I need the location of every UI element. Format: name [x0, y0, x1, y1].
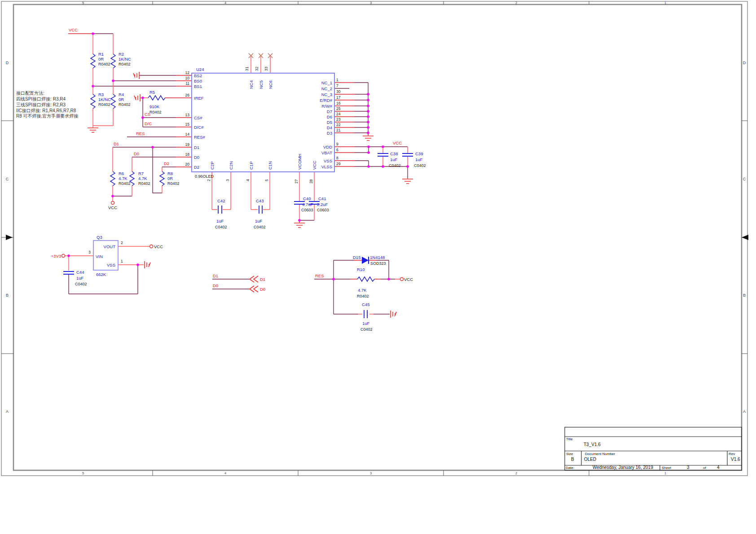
r8-value: 0R: [167, 176, 173, 181]
capacitor-c39[interactable]: C39 1uF C0402: [402, 151, 426, 168]
schematic-sheet: 5 4 3 2 1 5 4 3 2 1 D C B A D C B A 接口配置…: [0, 0, 756, 534]
zone-top-3: 3: [370, 1, 372, 5]
q3-pinnum-1: 1: [121, 259, 123, 263]
resistor-r2[interactable]: R2 1K/NC R0402: [111, 52, 131, 68]
note-line-5: R8 可不焊接,官方手册要求焊接: [16, 114, 78, 118]
net-vcc-rail: VCC: [393, 140, 402, 145]
q3-pin-vout: VOUT: [104, 244, 116, 249]
p3v3-port[interactable]: [62, 254, 65, 258]
net-cs: CS: [145, 112, 150, 117]
c39-value: 1uF: [415, 157, 423, 162]
u24-pin-c2p: C2P: [210, 162, 215, 170]
capacitor-c42[interactable]: C42 1uF C0402: [215, 198, 227, 229]
resistor-r4[interactable]: R4 0R R0402: [111, 92, 131, 109]
u24-pinnum-4: 4: [246, 179, 250, 181]
vcc-port-q3[interactable]: [150, 245, 153, 248]
net-vcc-r6port: VCC: [108, 205, 117, 210]
capacitor-c45[interactable]: C45 1uF C0402: [360, 302, 373, 332]
ic-u24[interactable]: U24 0.96OLED BS2 BS0 BS1 IREF CS# D/C# R…: [185, 53, 341, 184]
c45-value: 1uF: [362, 321, 370, 326]
resistor-r10[interactable]: R10 4.7K R0402: [357, 267, 374, 298]
capacitor-c43[interactable]: C43 1uF C0402: [254, 198, 266, 229]
u24-pinnum-29: 29: [336, 162, 341, 166]
u24-refdes: U24: [196, 67, 204, 72]
u24-pinnum-5: 5: [264, 179, 269, 181]
titleblock-sheet-num: 3: [687, 465, 690, 470]
resistor-r7[interactable]: R7 4.7K R0402: [130, 171, 150, 186]
offpage-d0-label: D0: [260, 287, 265, 292]
titleblock-date: Wednesday, January 16, 2019: [593, 465, 653, 470]
u24-pinnum-1: 1: [336, 78, 338, 82]
u24-pinnum-10: 10: [185, 76, 190, 80]
u24-pin-nc4: NC4: [249, 80, 254, 89]
offpage-connector-d1[interactable]: D1: [250, 276, 265, 282]
titleblock-rev-label: Rev: [729, 452, 735, 456]
r1-value: 0R: [98, 57, 104, 61]
u24-pin-d5: D5: [327, 120, 332, 125]
net-vcc-r10port: VCC: [404, 277, 413, 282]
r4-package: R0402: [119, 102, 131, 107]
vcc-port-r10[interactable]: [400, 278, 404, 281]
titleblock-sheet-label: Sheet: [662, 466, 672, 470]
u24-pin-vss: VSS: [324, 158, 332, 163]
u24-pin-d6: D6: [327, 114, 332, 119]
note-line-2: 四线SPI接口焊接: R3,R4: [16, 96, 66, 101]
row-left-b: B: [6, 293, 9, 298]
u24-pin-c1n: C1N: [268, 161, 273, 170]
u24-pinnum-24: 24: [336, 112, 341, 116]
u24-pin-bs1: BS1: [194, 84, 202, 89]
resistor-r6[interactable]: R6 4.7K R0402: [110, 171, 131, 186]
note-line-1: 接口配置方法:: [16, 91, 44, 96]
zone-top-2: 2: [515, 1, 517, 5]
u24-pin-nc3: NC_3: [321, 92, 332, 97]
u24-pinnum-33: 33: [264, 66, 268, 71]
vcc-port-r6[interactable]: [111, 201, 114, 205]
r10-value: 4.7K: [358, 288, 367, 293]
u24-pinnum-22: 22: [336, 123, 341, 127]
r5-package: R0402: [149, 110, 162, 114]
zone-top-1: 1: [664, 1, 666, 5]
u24-pinnum-27: 27: [294, 179, 299, 184]
regulator-q3[interactable]: Q3 662K VOUT VIN VSS 2 3 1: [88, 235, 123, 277]
resistor-r1[interactable]: R1 0R R0402: [91, 52, 110, 68]
c42-value: 1uF: [216, 219, 224, 223]
d15-value: 1N4148: [370, 255, 385, 260]
u24-pinnum-15: 15: [185, 122, 190, 127]
titleblock-rev: V1.6: [731, 457, 740, 462]
r3-package: R0402: [98, 102, 110, 107]
u24-pinnum-19: 19: [185, 142, 190, 147]
u24-pin-vbat: VBAT: [321, 150, 332, 155]
row-right-b: B: [743, 293, 746, 298]
r1-refdes: R1: [98, 52, 104, 57]
row-right-c: C: [743, 177, 746, 181]
u24-pinnum-14: 14: [185, 132, 190, 136]
capacitor-c38[interactable]: C38 1uF C0402: [378, 151, 401, 168]
zone-bottom-4: 4: [224, 471, 226, 475]
c44-refdes: C44: [76, 270, 84, 275]
r7-refdes: R7: [138, 171, 144, 176]
c43-value: 1uF: [255, 219, 263, 223]
u24-pinnum-16: 16: [336, 101, 341, 105]
resistor-r5[interactable]: R5 910K R0402: [148, 90, 165, 114]
zone-bottom-2: 2: [515, 471, 517, 475]
titleblock-doc-label: Document Number: [585, 452, 615, 456]
net-d0-offpage: D0: [213, 283, 218, 288]
u24-pinnum-32: 32: [255, 66, 259, 71]
u24-pinnum-25: 25: [336, 106, 341, 111]
net-p3v3: +3V3: [51, 254, 61, 258]
r10-package: R0402: [357, 294, 369, 298]
q3-pinnum-3: 3: [88, 250, 91, 254]
r4-value: 0R: [119, 97, 124, 102]
interface-config-notes: 接口配置方法: 四线SPI接口焊接: R3,R4 三线SPI接口焊接: R2,R…: [16, 91, 78, 118]
resistor-r3[interactable]: R3 1K/NC R0402: [91, 92, 111, 109]
capacitor-c44[interactable]: C44 1uF C0402: [63, 270, 87, 286]
u24-pin-iref: IREF: [194, 96, 204, 101]
zone-top-4: 4: [224, 1, 226, 5]
u24-pinnum-17: 17: [336, 95, 341, 100]
offpage-connector-d0[interactable]: D0: [250, 286, 265, 292]
resistor-r8[interactable]: R8 0R R0402: [160, 171, 180, 186]
titleblock-of-label: of: [703, 466, 706, 470]
titleblock-title: T3_V1.6: [584, 442, 601, 447]
c38-package: C0402: [389, 163, 401, 168]
u24-pinnum-2: 2: [207, 179, 211, 181]
